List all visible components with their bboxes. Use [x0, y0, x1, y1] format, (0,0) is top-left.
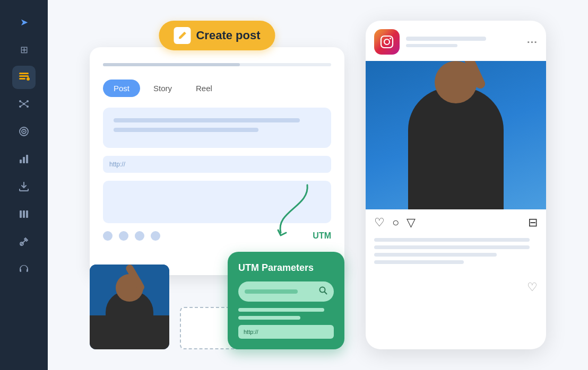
person-thumbnail — [90, 265, 169, 349]
ig-profile-info — [406, 37, 520, 47]
ig-username-line — [406, 37, 486, 41]
ig-caption — [366, 236, 546, 276]
ig-more-options[interactable]: ⋯ — [526, 37, 538, 47]
download-icon[interactable] — [12, 176, 36, 199]
utm-search-fill — [245, 289, 298, 294]
dot-1 — [103, 231, 113, 241]
svg-rect-0 — [19, 73, 29, 74]
search-icon — [319, 286, 327, 297]
svg-rect-20 — [20, 210, 22, 218]
analytics-icon[interactable] — [12, 148, 36, 172]
progress-bar — [103, 63, 331, 66]
svg-point-16 — [23, 130, 25, 132]
svg-line-25 — [325, 292, 327, 294]
ig-action-bar: ♡ ○ ▽ ⊟ — [366, 209, 546, 236]
ig-footer: ♡ — [366, 276, 546, 298]
ig-footer-heart[interactable]: ♡ — [527, 280, 538, 294]
svg-line-12 — [20, 104, 24, 107]
dot-3 — [135, 231, 144, 241]
instagram-preview: ⋯ ♡ ○ ▽ ⊟ ♡ — [366, 21, 546, 349]
ig-comment-icon[interactable]: ○ — [392, 216, 399, 230]
caption-line-1 — [114, 118, 300, 122]
url-input[interactable]: http:// — [103, 156, 331, 173]
ig-post-image — [366, 61, 546, 209]
create-post-button[interactable]: Create post — [159, 21, 275, 50]
utm-card-title: UTM Parameters — [238, 262, 334, 274]
ig-share-icon[interactable]: ▽ — [407, 216, 416, 230]
library-icon[interactable] — [12, 204, 36, 227]
utm-url-placeholder: http:// — [244, 329, 258, 335]
dot-2 — [119, 231, 128, 241]
svg-rect-1 — [19, 75, 29, 77]
utm-line-1 — [238, 308, 324, 312]
grid-icon[interactable]: ⊞ — [12, 38, 36, 61]
tab-post[interactable]: Post — [103, 80, 140, 97]
create-post-label: Create post — [196, 29, 260, 42]
network-icon[interactable] — [12, 93, 36, 117]
svg-point-27 — [384, 39, 390, 45]
svg-rect-2 — [19, 78, 25, 80]
tools-icon[interactable] — [12, 231, 36, 254]
main-content: Create post Post Story Reel http:// — [48, 0, 588, 370]
svg-point-3 — [27, 77, 30, 81]
ig-caption-line-3 — [374, 253, 497, 257]
utm-url-field[interactable]: http:// — [238, 325, 334, 339]
progress-fill — [103, 63, 240, 66]
create-post-icon — [174, 27, 191, 44]
utm-line-2 — [238, 316, 300, 320]
bottom-section: UTM Parameters http:// — [90, 265, 344, 349]
svg-rect-21 — [23, 210, 25, 218]
svg-line-10 — [20, 101, 24, 104]
instagram-logo — [374, 29, 400, 55]
navigate-icon[interactable]: ➤ — [12, 11, 36, 34]
sidebar: ➤ ⊞ — [0, 0, 48, 370]
ig-caption-line-2 — [374, 245, 530, 249]
svg-rect-18 — [23, 157, 25, 163]
ig-handle-line — [406, 44, 457, 47]
posts-icon[interactable] — [12, 66, 36, 89]
caption-area[interactable] — [103, 108, 331, 148]
tab-story[interactable]: Story — [143, 80, 183, 97]
svg-point-28 — [390, 38, 391, 39]
ig-like-icon[interactable]: ♡ — [374, 216, 385, 230]
ig-caption-line-1 — [374, 238, 530, 242]
left-panel: Create post Post Story Reel http:// — [90, 21, 344, 349]
svg-line-11 — [24, 101, 28, 104]
svg-line-13 — [24, 104, 28, 107]
arrow-decoration — [265, 180, 318, 251]
url-placeholder: http:// — [109, 161, 125, 168]
utm-parameters-card: UTM Parameters http:// — [228, 252, 344, 349]
svg-rect-22 — [26, 210, 28, 218]
target-icon[interactable] — [12, 121, 36, 144]
support-icon[interactable] — [12, 259, 36, 282]
svg-rect-26 — [381, 36, 393, 48]
caption-line-2 — [114, 128, 258, 132]
svg-rect-19 — [26, 155, 28, 163]
post-type-tabs: Post Story Reel — [103, 80, 331, 97]
ig-header: ⋯ — [366, 21, 546, 61]
dot-4 — [151, 231, 160, 241]
utm-search-field[interactable] — [238, 281, 334, 302]
svg-rect-17 — [20, 160, 22, 163]
ig-caption-line-4 — [374, 260, 464, 264]
ig-save-icon[interactable]: ⊟ — [528, 216, 538, 230]
tab-reel[interactable]: Reel — [185, 80, 223, 97]
